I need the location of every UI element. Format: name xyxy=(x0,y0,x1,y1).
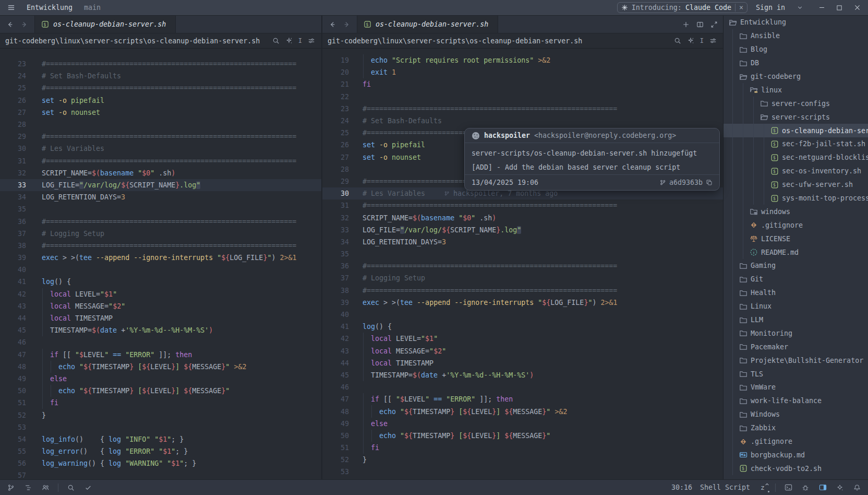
right-dock-icon[interactable] xyxy=(818,483,827,492)
project-panel-item-db[interactable]: DB xyxy=(724,56,868,70)
code-line[interactable]: 22 xyxy=(322,91,723,103)
project-panel-item-work-life-balance[interactable]: work-life-balance xyxy=(724,394,868,408)
code-line[interactable]: 24# Set Bash-Defaults xyxy=(322,115,723,127)
git-branch-icon[interactable] xyxy=(6,483,16,492)
code-line[interactable]: 41log() { xyxy=(0,276,321,288)
project-panel-item-sec-os-inventory.sh[interactable]: $sec-os-inventory.sh xyxy=(724,164,868,178)
close-window-button[interactable] xyxy=(850,2,864,14)
breadcrumb[interactable]: git-codeberg\linux\server-scripts\os-cle… xyxy=(5,37,260,45)
code-line[interactable]: 34LOG_RETENTION_DAYS=3 xyxy=(0,191,321,203)
project-panel-item-windows[interactable]: windows xyxy=(724,205,868,218)
code-line[interactable]: 36#=====================================… xyxy=(0,215,321,227)
code-line[interactable]: 55log_error() { log "ERROR" "$1"; } xyxy=(0,445,321,457)
project-panel-item-pacemaker[interactable]: Pacemaker xyxy=(724,340,868,353)
code-line[interactable]: 47 if [[ "$LEVEL" == "ERROR" ]]; then xyxy=(0,349,321,361)
code-line[interactable]: 29#=====================================… xyxy=(0,131,321,143)
copy-icon[interactable] xyxy=(706,179,713,186)
code-line[interactable]: 43 local MESSAGE="$2" xyxy=(322,345,723,357)
tab-os-cleanup-debian-server[interactable]: $ os-cleanup-debian-server.sh xyxy=(34,16,176,33)
code-line[interactable]: 20 exit 1 xyxy=(322,66,723,78)
project-panel-item-git-codeberg[interactable]: git-codeberg xyxy=(724,70,868,84)
code-line[interactable]: 19 echo "Script requires root permission… xyxy=(322,54,723,66)
diagnostics-check-icon[interactable] xyxy=(83,483,93,492)
code-line[interactable]: 54log_info() { log "INFO" "$1"; } xyxy=(0,433,321,445)
outline-icon[interactable] xyxy=(23,483,33,492)
code-line[interactable]: 51 fi xyxy=(0,397,321,409)
project-panel-item-borgbackup.md[interactable]: borgbackup.md xyxy=(724,449,868,462)
project-panel-item-.gitignore[interactable]: .gitignore xyxy=(724,218,868,232)
project-panel-item-monitoring[interactable]: Monitoring xyxy=(724,326,868,340)
project-panel-item-server-scripts[interactable]: server-scripts xyxy=(724,110,868,124)
sign-in-button[interactable]: Sign in xyxy=(753,3,788,13)
new-tab-plus-icon[interactable] xyxy=(682,21,690,28)
code-line[interactable]: 32SCRIPT_NAME=$(basename "$0" .sh) xyxy=(0,167,321,179)
code-line[interactable]: 47 if [[ "$LEVEL" == "ERROR" ]]; then xyxy=(322,393,723,405)
editor-left[interactable]: 23#=====================================… xyxy=(0,49,321,479)
project-panel-item-sec-ufw-server.sh[interactable]: $sec-ufw-server.sh xyxy=(724,178,868,192)
editor-settings-icon[interactable] xyxy=(308,37,315,44)
claude-banner-close-icon[interactable]: × xyxy=(739,4,743,11)
language-selector[interactable]: Shell Script xyxy=(700,484,750,491)
code-line[interactable]: 31#=====================================… xyxy=(322,199,723,211)
inline-assist-icon[interactable] xyxy=(687,37,694,44)
tab-os-cleanup-debian-server[interactable]: $ os-cleanup-debian-server.sh xyxy=(357,16,498,33)
code-line[interactable]: 40 xyxy=(322,309,723,321)
navigate-forward-button[interactable] xyxy=(343,21,351,28)
code-line[interactable]: 27set -o nounset xyxy=(0,107,321,119)
project-panel-item-.gitignore[interactable]: .gitignore xyxy=(724,435,868,449)
project-panel-item-server-configs[interactable]: server-configs xyxy=(724,97,868,110)
code-line[interactable]: 33LOG_FILE="/var/log/${SCRIPT_NAME}.log" xyxy=(0,179,321,191)
commit-hash-button[interactable]: a6d9363b xyxy=(659,179,713,186)
code-line[interactable]: 53 xyxy=(322,466,723,478)
code-line[interactable]: 39exec > >(tee --append --ignore-interru… xyxy=(322,297,723,309)
search-icon[interactable] xyxy=(66,483,76,492)
code-line[interactable]: 30# Les Variables xyxy=(0,143,321,155)
minimize-button[interactable] xyxy=(815,2,828,14)
project-panel-item-llm[interactable]: LLM xyxy=(724,313,868,327)
git-branch-button[interactable]: main xyxy=(81,3,104,13)
project-name-button[interactable]: Entwicklung xyxy=(23,3,76,13)
code-line[interactable]: 45 TIMESTAMP=$(date +'%Y-%m-%d--%H-%M-%S… xyxy=(322,369,723,381)
code-line[interactable]: 42 local LEVEL="$1" xyxy=(322,333,723,345)
code-line[interactable]: 52} xyxy=(0,409,321,421)
breadcrumb[interactable]: git-codeberg\linux\server-scripts\os-cle… xyxy=(328,37,582,45)
debug-icon[interactable] xyxy=(801,483,810,492)
split-pane-icon[interactable] xyxy=(696,21,704,28)
code-line[interactable]: 38#=====================================… xyxy=(0,240,321,252)
code-line[interactable]: 36#=====================================… xyxy=(322,260,723,272)
app-menu-button[interactable] xyxy=(4,3,18,13)
code-line[interactable]: 45 TIMESTAMP=$(date +'%Y-%m-%d--%H-%M-%S… xyxy=(0,324,321,336)
code-line[interactable]: 44 local TIMESTAMP xyxy=(0,312,321,324)
code-line[interactable]: 35 xyxy=(322,248,723,260)
code-line[interactable]: 32SCRIPT_NAME=$(basename "$0" .sh) xyxy=(322,211,723,223)
code-line[interactable]: 53 xyxy=(0,421,321,433)
code-line[interactable]: 37# Logging Setup xyxy=(322,272,723,284)
code-line[interactable]: 26set -o pipefail xyxy=(0,95,321,107)
editor-settings-icon[interactable] xyxy=(709,37,717,44)
expand-pane-icon[interactable] xyxy=(710,21,718,28)
project-panel-item-tls[interactable]: TLS xyxy=(724,367,868,381)
code-line[interactable]: 50 echo "${TIMESTAMP} [${LEVEL}] ${MESSA… xyxy=(0,385,321,397)
code-line[interactable]: 51 fi xyxy=(322,442,723,454)
code-line[interactable]: 31#=====================================… xyxy=(0,155,321,167)
assistant-icon[interactable] xyxy=(835,483,845,492)
project-panel-item-sec-netguard-blocklist.sh[interactable]: $sec-netguard-blocklist.sh xyxy=(724,151,868,164)
code-line[interactable]: 49 else xyxy=(322,418,723,430)
code-line[interactable]: 57 xyxy=(0,469,321,479)
project-panel-item-readme.md[interactable]: README.md xyxy=(724,245,868,259)
cursor-position[interactable]: 30:16 xyxy=(671,484,692,491)
project-panel-item-windows[interactable]: Windows xyxy=(724,408,868,421)
collaboration-icon[interactable] xyxy=(41,483,50,492)
project-panel-item-gaming[interactable]: Gaming xyxy=(724,259,868,273)
code-line[interactable]: 49 else xyxy=(0,373,321,385)
project-panel-item-git[interactable]: Git xyxy=(724,273,868,286)
notifications-bell-icon[interactable] xyxy=(852,483,862,492)
project-panel-item-linux[interactable]: Linux xyxy=(724,300,868,313)
claude-code-banner[interactable]: Introducing: Claude Code × xyxy=(617,2,748,13)
code-line[interactable]: 44 local TIMESTAMP xyxy=(322,357,723,369)
code-line[interactable]: 42 local LEVEL="$1" xyxy=(0,288,321,300)
terminal-icon[interactable] xyxy=(783,483,793,492)
project-panel-item-sec-f2b-jail-stat.sh[interactable]: $sec-f2b-jail-stat.sh xyxy=(724,137,868,151)
code-line[interactable]: 37# Logging Setup xyxy=(0,228,321,240)
code-line[interactable]: 41log() { xyxy=(322,321,723,333)
